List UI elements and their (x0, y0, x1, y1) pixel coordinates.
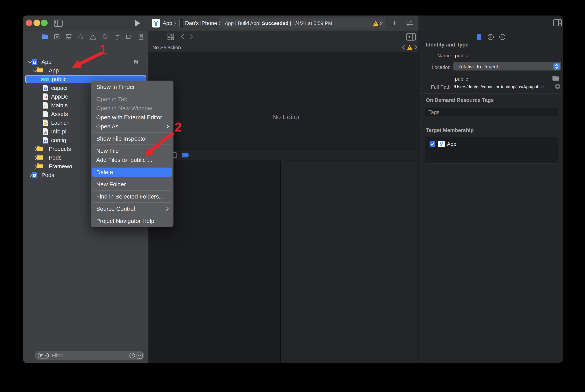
navigator-tab-search[interactable] (78, 34, 84, 40)
tree-item-label: Framewo (49, 163, 72, 170)
doc-storyboard-icon (43, 102, 50, 109)
context-menu: Show in FinderOpen in TabOpen in New Win… (91, 80, 173, 227)
issue-warning-icon[interactable] (407, 44, 413, 51)
navigator-filter-placeholder: Filter (52, 353, 63, 359)
navigator-tab-issues[interactable] (90, 34, 96, 40)
menu-item-new-folder[interactable]: New Folder (91, 180, 173, 189)
tree-item-label: Pods (41, 172, 54, 178)
navigator-tab-bar (23, 31, 148, 43)
status-prefix: App | Build App: (225, 20, 262, 26)
forward-chevron-icon[interactable] (189, 34, 193, 40)
odrt-section-title: On Demand Resource Tags (426, 97, 494, 103)
scheme-chevron: 〉 (174, 20, 176, 26)
tree-item-app[interactable]: App (23, 66, 148, 75)
menu-separator (93, 144, 170, 145)
inspector-header-area (419, 16, 563, 31)
menu-item-label: Source Control (96, 206, 135, 212)
menu-item-show-in-finder[interactable]: Show in Finder (91, 82, 173, 92)
folder-icon (36, 67, 43, 74)
add-button[interactable]: + (392, 19, 397, 28)
menu-item-label: Project Navigator Help (96, 218, 154, 224)
navigator-filter-field[interactable]: Filter (35, 351, 144, 360)
toggle-left-sidebar-icon[interactable] (54, 19, 63, 28)
file-inspector-tab-icon[interactable] (476, 33, 482, 41)
folder-small-icon[interactable] (552, 75, 560, 82)
add-editor-button[interactable] (406, 33, 416, 42)
navigator-tab-project-selected[interactable] (42, 34, 48, 40)
iphone-icon[interactable] (179, 18, 183, 28)
history-inspector-tab-icon[interactable] (488, 34, 494, 41)
name-label: Name (420, 53, 451, 59)
menu-item-show-file-inspector[interactable]: Show File Inspector (91, 134, 173, 143)
menu-item-label: Open As (96, 123, 118, 130)
app-scheme-icon[interactable] (152, 19, 160, 28)
navigator-filter-bar: + Filter (23, 348, 148, 363)
tree-item-app[interactable]: AppM (23, 57, 148, 66)
navigator-tab-tests[interactable] (102, 34, 108, 40)
folder-icon (36, 154, 43, 161)
svg-text:T: T (45, 88, 46, 90)
menu-item-source-control[interactable]: Source Control (91, 204, 173, 213)
menu-item-label: Show File Inspector (96, 136, 147, 142)
warning-triangle-icon[interactable] (373, 20, 379, 27)
filter-options-icon[interactable] (38, 353, 49, 359)
menu-item-open-as[interactable]: Open As (91, 122, 173, 131)
activity-status-bar[interactable]: App | Build App: Succeeded | 1/4/21 at 5… (219, 18, 385, 28)
breakpoints-enabled-flag-icon[interactable] (182, 152, 189, 158)
zoom-window-button[interactable] (41, 20, 48, 26)
target-membership-box: App (425, 137, 558, 164)
scm-status-filter-icon[interactable] (136, 352, 143, 360)
recent-files-clock-icon[interactable] (129, 352, 135, 360)
menu-item-label: Show in Finder (96, 84, 135, 90)
menu-item-delete[interactable]: Delete (92, 168, 172, 177)
swap-arrows-icon[interactable] (405, 20, 414, 28)
close-window-button[interactable] (26, 20, 32, 26)
add-file-button[interactable]: + (27, 351, 31, 360)
jump-bar[interactable]: No Selection (148, 43, 419, 52)
previous-issue-icon[interactable] (402, 44, 405, 51)
navigator-tab-reports[interactable] (138, 34, 144, 40)
scheme-name[interactable]: App (163, 20, 172, 26)
divider (419, 124, 563, 124)
target-checkbox[interactable] (430, 141, 435, 148)
menu-item-add-files-to-public[interactable]: Add Files to “public”... (91, 155, 173, 164)
tree-item-label: public (52, 76, 66, 82)
next-issue-icon[interactable] (414, 44, 418, 51)
menu-separator (93, 178, 170, 178)
doc-code-icon: T (43, 84, 50, 92)
menu-separator (93, 166, 170, 166)
menu-separator (93, 202, 170, 203)
location-folder-value: public (455, 76, 468, 82)
tree-item-label: config. (51, 137, 67, 144)
tree-item-label: AppDe (51, 94, 68, 100)
tags-input[interactable]: Tags (425, 108, 558, 116)
back-chevron-icon[interactable] (181, 34, 184, 40)
navigator-tab-source-control[interactable] (54, 34, 60, 40)
doc-swift-icon (43, 93, 50, 100)
status-result: Succeeded (262, 20, 288, 26)
menu-item-new-file[interactable]: New File (91, 146, 173, 155)
submenu-chevron-icon (165, 124, 169, 128)
inspector-panel: ? Identity and Type Name public Location… (419, 31, 563, 363)
navigator-tab-breakpoints[interactable] (126, 34, 132, 40)
status-time: | 1/4/21 at 5:59 PM (288, 20, 332, 26)
tree-item-label: App (49, 68, 59, 74)
navigator-tab-debug-gauge[interactable] (114, 34, 120, 40)
related-items-icon[interactable] (167, 34, 174, 41)
no-editor-text: No Editor (272, 113, 300, 121)
submenu-chevron-icon (165, 207, 169, 211)
menu-item-find-in-selected-folders[interactable]: Find in Selected Folders... (91, 192, 173, 201)
minimize-window-button[interactable] (33, 20, 40, 26)
menu-item-project-navigator-help[interactable]: Project Navigator Help (91, 216, 173, 226)
tree-item-label: Pods (49, 154, 61, 161)
run-button[interactable] (134, 20, 141, 28)
editor-placeholder-area: No Editor (148, 52, 419, 150)
navigator-tab-symbols[interactable] (66, 34, 72, 40)
menu-item-open-with-external-editor[interactable]: Open with External Editor (91, 113, 173, 122)
location-popup[interactable]: Relative to Project (453, 62, 561, 70)
doc-code-icon: T (43, 137, 50, 144)
name-value[interactable]: public (455, 53, 468, 59)
help-inspector-tab-icon[interactable]: ? (499, 34, 506, 41)
open-path-arrow-icon[interactable] (555, 83, 561, 90)
toggle-right-sidebar-icon[interactable] (553, 18, 562, 28)
